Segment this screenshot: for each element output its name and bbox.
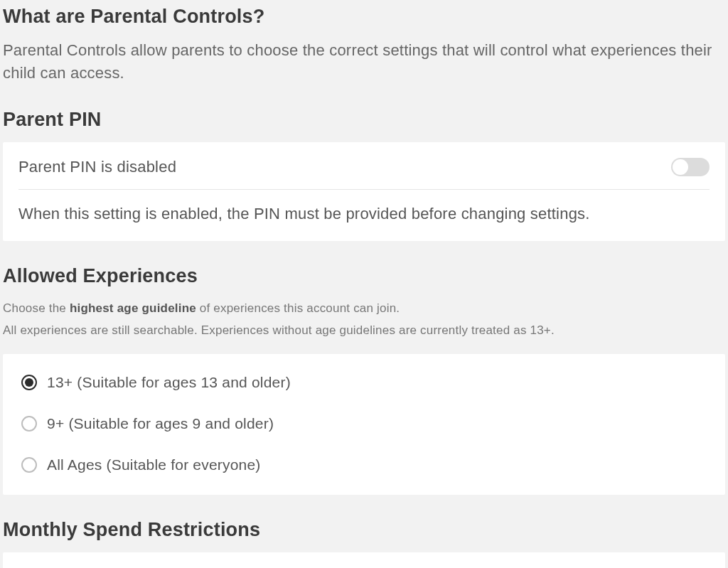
age-option-13plus[interactable]: 13+ (Suitable for ages 13 and older): [21, 374, 707, 391]
helper-text-suffix: of experiences this account can join.: [196, 301, 400, 315]
monthly-spend-card: Monthly Spend Restrictions are disabled: [3, 552, 725, 568]
monthly-spend-heading: Monthly Spend Restrictions: [3, 519, 725, 541]
parental-controls-heading: What are Parental Controls?: [3, 6, 725, 28]
allowed-experiences-card: 13+ (Suitable for ages 13 and older) 9+ …: [3, 354, 725, 495]
radio-icon: [21, 457, 37, 473]
age-option-label: 13+ (Suitable for ages 13 and older): [47, 374, 291, 391]
radio-icon: [21, 416, 37, 432]
toggle-knob-icon: [673, 159, 688, 175]
age-option-label: 9+ (Suitable for ages 9 and older): [47, 415, 274, 432]
helper-text-bold: highest age guideline: [70, 301, 196, 315]
age-option-allages[interactable]: All Ages (Suitable for everyone): [21, 456, 707, 473]
helper-text-prefix: Choose the: [3, 301, 70, 315]
parent-pin-card: Parent PIN is disabled When this setting…: [3, 142, 725, 241]
allowed-experiences-helper: Choose the highest age guideline of expe…: [3, 299, 725, 340]
radio-icon: [21, 375, 37, 390]
age-option-9plus[interactable]: 9+ (Suitable for ages 9 and older): [21, 415, 707, 432]
parent-pin-status-label: Parent PIN is disabled: [18, 158, 176, 176]
parent-pin-heading: Parent PIN: [3, 109, 725, 131]
age-option-label: All Ages (Suitable for everyone): [47, 456, 261, 473]
parental-controls-description: Parental Controls allow parents to choos…: [3, 39, 725, 85]
parent-pin-toggle[interactable]: [671, 158, 710, 176]
allowed-experiences-heading: Allowed Experiences: [3, 265, 725, 287]
parent-pin-description: When this setting is enabled, the PIN mu…: [18, 190, 710, 225]
helper-text-line2: All experiences are still searchable. Ex…: [3, 321, 725, 340]
